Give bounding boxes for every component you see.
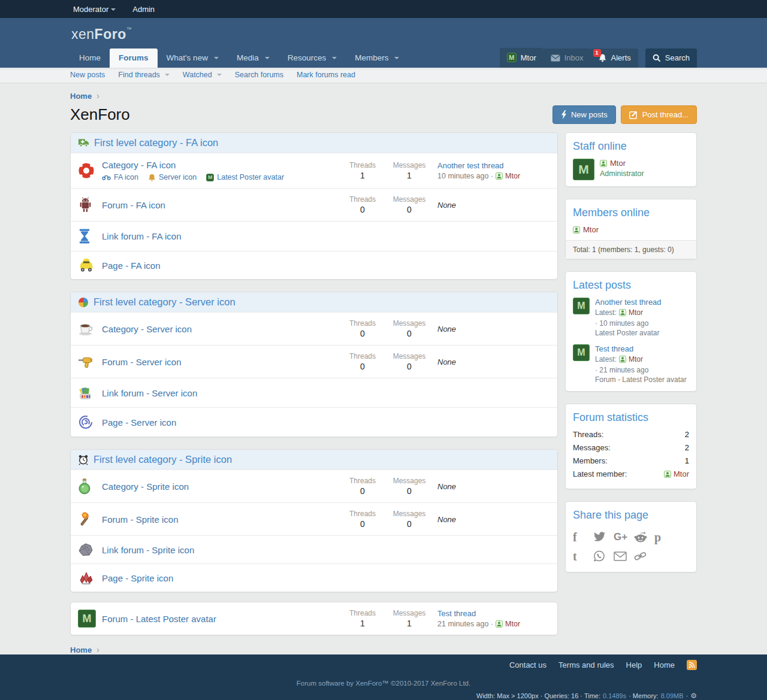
- node-title-link[interactable]: Page - Server icon: [102, 417, 176, 428]
- forum-node-row: Category - Server icon Threads0 Messages…: [71, 312, 557, 345]
- category-header: First level category - Server icon: [71, 292, 557, 312]
- bell-gold-icon: [148, 174, 156, 181]
- alerts-button[interactable]: 1 Alerts: [591, 49, 638, 68]
- breadcrumb-home[interactable]: Home: [70, 646, 92, 654]
- account-button[interactable]: M Mtor: [500, 48, 543, 68]
- avatar[interactable]: M: [573, 298, 590, 314]
- node-title-link[interactable]: Link forum - FA icon: [102, 231, 182, 241]
- username-link[interactable]: Mtor: [629, 355, 643, 363]
- latest-thread-link[interactable]: Test thread: [437, 609, 550, 618]
- subnav-mark-read[interactable]: Mark forums read: [297, 71, 355, 79]
- bell-icon: 1: [598, 53, 607, 62]
- forum-node-row: Category - FA icon FA icon Server icon: [71, 153, 557, 188]
- avatar: M: [206, 174, 214, 181]
- username-link[interactable]: Mtor: [583, 225, 599, 234]
- user-online-icon: [664, 471, 671, 478]
- android-icon: [78, 197, 102, 213]
- pinterest-icon[interactable]: p: [654, 528, 675, 547]
- node-title-link[interactable]: Category - Server icon: [102, 324, 192, 334]
- messages-stat: Messages0: [386, 510, 433, 529]
- threads-stat: Threads0: [339, 195, 386, 214]
- tab-resources[interactable]: Resources: [279, 49, 346, 68]
- breadcrumb-home[interactable]: Home: [70, 92, 92, 101]
- inbox-button[interactable]: Inbox: [543, 49, 591, 68]
- whatsapp-icon[interactable]: [593, 547, 614, 566]
- staff-member: M Mtor Administrator: [573, 159, 689, 180]
- tumblr-icon[interactable]: t: [573, 547, 593, 566]
- copyright: Forum software by XenForo™ ©2010-2017 Xe…: [70, 680, 697, 687]
- avatar[interactable]: M: [573, 344, 590, 361]
- username-link[interactable]: Mtor: [610, 159, 626, 168]
- latest-post-item: M Test thread Latest: Mtor · 21 minutes …: [573, 344, 689, 384]
- tab-members[interactable]: Members: [346, 49, 408, 68]
- username-link[interactable]: Mtor: [505, 620, 520, 628]
- node-title-link[interactable]: Page - Sprite icon: [102, 573, 173, 583]
- node-title-link[interactable]: Link forum - Sprite icon: [102, 545, 194, 555]
- motorcycle-icon: [102, 174, 111, 180]
- google-plus-icon[interactable]: G+: [614, 528, 634, 547]
- block-title: Latest posts: [573, 279, 689, 292]
- gear-icon[interactable]: ⚙: [690, 692, 697, 700]
- alert-count-badge: 1: [593, 49, 601, 57]
- username-link[interactable]: Mtor: [505, 172, 520, 180]
- rss-icon[interactable]: [687, 660, 697, 670]
- xenforo-logo[interactable]: xenForo™: [71, 26, 132, 43]
- subnav-find-threads[interactable]: Find threads: [118, 71, 169, 79]
- moderator-menu[interactable]: Moderator: [73, 5, 116, 14]
- category-title-link[interactable]: First level category - Sprite icon: [93, 454, 232, 465]
- forum-list: First level category - FA icon Category …: [70, 132, 558, 654]
- footer-contact-link[interactable]: Contact us: [509, 660, 546, 669]
- post-thread-button[interactable]: Post thread...: [621, 105, 697, 124]
- email-icon[interactable]: [614, 547, 634, 566]
- subforum-link[interactable]: FA icon: [102, 173, 138, 181]
- avatar[interactable]: M: [573, 159, 594, 180]
- node-title-link[interactable]: Category - Sprite icon: [102, 481, 189, 492]
- node-title-link[interactable]: Category - FA icon: [102, 160, 176, 170]
- new-posts-button[interactable]: New posts: [552, 105, 616, 124]
- tab-forums[interactable]: Forums: [110, 49, 158, 68]
- link-icon[interactable]: [634, 547, 654, 566]
- avatar[interactable]: M: [78, 610, 102, 628]
- node-title-link[interactable]: Forum - Latest Poster avatar: [102, 614, 216, 624]
- pie-chart-icon: [78, 297, 89, 308]
- lightning-icon: [561, 110, 567, 119]
- tab-home[interactable]: Home: [70, 49, 110, 68]
- subforum-link[interactable]: M Latest Poster avatar: [206, 173, 284, 181]
- admin-link[interactable]: Admin: [132, 5, 155, 14]
- forum-node-row: Page - Sprite icon: [71, 563, 557, 592]
- footer-home-link[interactable]: Home: [654, 660, 675, 669]
- subforum-link[interactable]: Server icon: [148, 173, 197, 181]
- node-title-link[interactable]: Forum - Sprite icon: [102, 514, 179, 525]
- forum-node-row: Link forum - FA icon: [71, 221, 557, 251]
- subnav-search-forums[interactable]: Search forums: [235, 71, 283, 79]
- node-title-link[interactable]: Page - FA icon: [102, 260, 161, 271]
- reddit-icon[interactable]: [634, 528, 654, 547]
- facebook-icon[interactable]: f: [573, 528, 593, 547]
- messages-stat: Messages0: [386, 352, 433, 371]
- footer-help-link[interactable]: Help: [626, 660, 642, 669]
- tab-media[interactable]: Media: [228, 49, 279, 68]
- category-title-link[interactable]: First level category - Server icon: [93, 296, 235, 308]
- threads-stat: Threads1: [339, 609, 386, 628]
- subnav-watched[interactable]: Watched: [183, 71, 222, 79]
- latest-thread-link[interactable]: Another test thread: [437, 161, 550, 170]
- category-header: First level category - Sprite icon: [71, 450, 557, 469]
- subnav-new-posts[interactable]: New posts: [70, 71, 105, 79]
- category-title-link[interactable]: First level category - FA icon: [94, 137, 218, 149]
- twitter-icon[interactable]: [593, 528, 614, 547]
- pencil-square-icon: [629, 110, 638, 119]
- tab-whats-new[interactable]: What's new: [158, 49, 228, 68]
- user-online-icon: [573, 226, 580, 234]
- search-button[interactable]: Search: [645, 49, 697, 68]
- node-title-link[interactable]: Forum - Server icon: [102, 357, 182, 367]
- latest-post-title[interactable]: Another test thread: [595, 298, 689, 307]
- username-link[interactable]: Mtor: [674, 469, 689, 478]
- latest-posts-block: Latest posts M Another test thread Lates…: [565, 271, 697, 392]
- username-link[interactable]: Mtor: [629, 308, 643, 317]
- chevron-down-icon: [111, 8, 116, 11]
- footer-terms-link[interactable]: Terms and rules: [558, 660, 614, 669]
- latest-post-title[interactable]: Test thread: [595, 344, 689, 353]
- forum-node-row: Category - Sprite icon Threads0 Messages…: [71, 469, 557, 502]
- node-title-link[interactable]: Link forum - Server icon: [102, 388, 197, 398]
- node-title-link[interactable]: Forum - FA icon: [102, 200, 165, 210]
